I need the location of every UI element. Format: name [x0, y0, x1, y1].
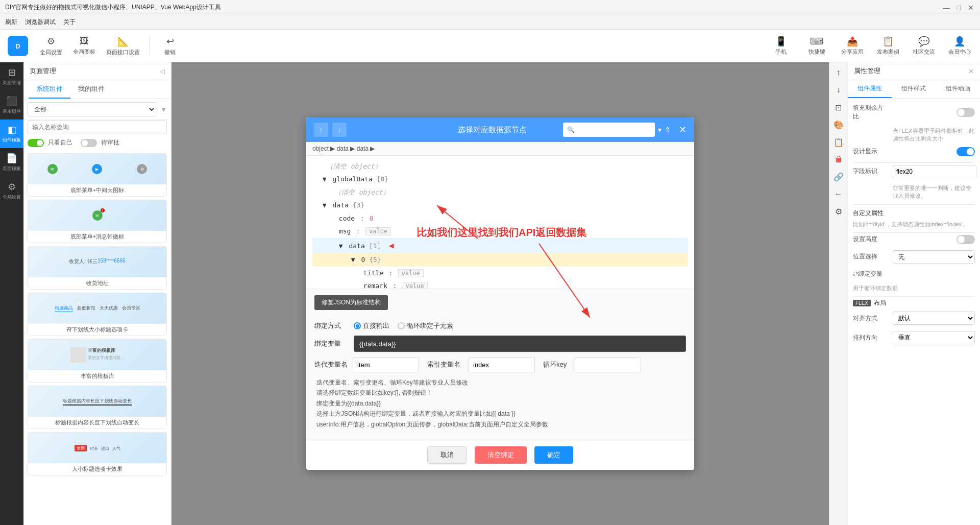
- category-filter[interactable]: 全部: [28, 102, 156, 116]
- shortcuts-button[interactable]: ⌨ 快捷键: [804, 36, 829, 56]
- tab-component-props[interactable]: 组件属性: [848, 80, 892, 98]
- set-height-toggle[interactable]: [957, 235, 975, 244]
- global-settings-button[interactable]: ⚙ 全局设置: [36, 33, 66, 59]
- list-item[interactable]: 标题根据内容长度下划线自动变长 标题根据内容长度下划线自动变长: [28, 386, 167, 429]
- direction-select[interactable]: 垂直: [893, 331, 975, 344]
- custom-attr-desc: 比如id='diyid'，支持动态属性如index='index'。: [853, 221, 975, 228]
- alignment-label: 对齐方式: [853, 314, 889, 323]
- modal-overlay: ↑ ↓ 选择对应数据源节点 ▾ ⇑ ✕: [172, 62, 829, 525]
- tree-node-title[interactable]: title ： value: [312, 267, 688, 280]
- search-input[interactable]: [28, 120, 167, 134]
- divider-3: [853, 232, 975, 233]
- list-item[interactable]: 收货人: 张三159****6666 收货地址: [28, 246, 167, 290]
- show-own-toggle[interactable]: [28, 139, 44, 147]
- settings-prop-button[interactable]: ⚙: [830, 203, 847, 220]
- toolbar-separator: [149, 36, 150, 56]
- publish-case-button[interactable]: 📋 发布案例: [875, 36, 901, 56]
- close-button[interactable]: ✕: [967, 4, 975, 12]
- nav-basic-components[interactable]: ⬛ 基本组件: [0, 91, 23, 120]
- list-item[interactable]: ✉ ▶ ⚙ 底部菜单+中间大图标: [28, 153, 167, 197]
- tree-node-data-array[interactable]: ▼ data [1] ◀: [312, 238, 688, 254]
- sidebar-collapse-icon[interactable]: ◁: [160, 67, 165, 75]
- wrap-button[interactable]: ⊡: [830, 99, 847, 115]
- menu-devtools[interactable]: 浏览器调试: [25, 18, 56, 27]
- phone-button[interactable]: 📱 手机: [768, 36, 794, 56]
- list-item[interactable]: 精选商品 超低折扣天天优惠会员专区 帘下划线大小标题选项卡: [28, 293, 167, 336]
- right-panel-close-icon[interactable]: ✕: [968, 67, 974, 75]
- list-item[interactable]: 丰富的模板库 某些文字描述内容... 丰富的模板库: [28, 339, 167, 383]
- nav-page-templates[interactable]: 📄 页面模板: [0, 148, 23, 177]
- red-arrow-indicator: ◀: [389, 241, 394, 250]
- main-layout: ⊞ 页面管理 ⬛ 基本组件 ◧ 组件模板 📄 页面模板 ⚙ 全局设置 页面管: [0, 62, 980, 525]
- global-icons-button[interactable]: 🖼 全局图标: [69, 33, 100, 59]
- nav-page-management[interactable]: ⊞ 页面管理: [0, 62, 23, 91]
- move-up-button[interactable]: ↑: [830, 64, 847, 81]
- pending-review-toggle[interactable]: [81, 139, 97, 147]
- svg-text:D: D: [16, 43, 20, 50]
- confirm-button[interactable]: 确定: [534, 446, 573, 464]
- tree-node-clear-globaldata[interactable]: （清空 object）: [312, 186, 688, 199]
- sidebar-header: 页面管理 ◁: [23, 62, 171, 80]
- delete-button[interactable]: 🗑: [830, 151, 847, 168]
- bind-var-input[interactable]: [354, 336, 686, 352]
- copy-style-button[interactable]: 🎨: [830, 116, 847, 133]
- move-down-button[interactable]: ↓: [830, 82, 847, 98]
- tree-arrow-data-icon: ▼: [323, 201, 331, 209]
- minimize-button[interactable]: —: [942, 4, 950, 12]
- tree-nav-up[interactable]: ↑: [314, 123, 328, 137]
- remark-value-placeholder: value: [402, 282, 427, 289]
- cancel-button[interactable]: 取消: [427, 446, 467, 464]
- iter-row: 迭代变量名 索引变量名 循环key: [314, 357, 686, 372]
- member-center-button[interactable]: 👤 会员中心: [947, 36, 972, 56]
- nav-label-templates: 组件模板: [3, 137, 21, 144]
- list-item[interactable]: ✉1 底部菜单+消息带徽标: [28, 200, 167, 243]
- page-interface-button[interactable]: 📐 页面接口设置: [102, 33, 144, 59]
- fix-json-button[interactable]: 修复JSON为标准结构: [314, 295, 388, 310]
- tab-my-components[interactable]: 我的组件: [70, 80, 112, 99]
- iter-var-input[interactable]: [353, 357, 419, 372]
- fill-ratio-toggle[interactable]: [957, 108, 975, 117]
- copy-button[interactable]: 📋: [830, 134, 847, 150]
- bind-type-loop[interactable]: 循环绑定子元素: [398, 321, 453, 330]
- component-preview-autoline: 标题根据内容长度下划线自动变长: [28, 386, 166, 417]
- tab-system-components[interactable]: 系统组件: [29, 80, 70, 99]
- share-app-button[interactable]: 📤 分享应用: [840, 36, 865, 56]
- tab-component-style[interactable]: 组件样式: [892, 80, 936, 98]
- tree-node-remark[interactable]: remark ： value: [312, 279, 688, 289]
- position-select[interactable]: 无: [893, 250, 975, 264]
- prop-position: 位置选择 无: [853, 250, 975, 264]
- index-var-input[interactable]: [469, 357, 535, 372]
- link-button[interactable]: 🔗: [830, 169, 847, 185]
- tree-nav-down[interactable]: ↓: [332, 123, 347, 137]
- basic-components-icon: ⬛: [6, 96, 17, 107]
- back-button[interactable]: ←: [830, 186, 847, 202]
- tree-node-data-0[interactable]: ▼ 0 {5}: [312, 253, 688, 266]
- loop-key-input[interactable]: [575, 357, 641, 372]
- component-label-6: 标题根据内容长度下划线自动变长: [28, 417, 166, 428]
- nav-global-settings[interactable]: ⚙ 全局设置: [0, 177, 23, 205]
- tree-node-clear-object[interactable]: （清空 object）: [312, 160, 688, 173]
- tree-arrow-icon: ▼: [323, 175, 331, 183]
- show-own-label: 只看自己: [48, 138, 72, 147]
- modal-close-button[interactable]: ✕: [679, 124, 687, 135]
- tab-component-animation[interactable]: 组件动画: [936, 80, 980, 98]
- tree-node-code[interactable]: code ： 0: [312, 212, 688, 225]
- clear-binding-button[interactable]: 清空绑定: [475, 446, 527, 464]
- tree-node-globaldata[interactable]: ▼ globalData {0}: [312, 173, 688, 185]
- design-display-toggle[interactable]: [957, 147, 975, 156]
- field-id-input[interactable]: [893, 165, 976, 178]
- community-button[interactable]: 💬 社区交流: [911, 36, 937, 56]
- menu-refresh[interactable]: 刷新: [5, 18, 17, 27]
- nav-component-templates[interactable]: ◧ 组件模板: [0, 120, 23, 148]
- list-item[interactable]: 全部 时令 进口 人气 大小标题选项卡效果: [28, 432, 167, 475]
- tree-node-msg[interactable]: msg ： value: [312, 225, 688, 238]
- bind-type-direct[interactable]: 直接输出: [354, 321, 389, 330]
- prop-fill-ratio-label: 填充剩余占比: [853, 104, 889, 121]
- tree-node-data-root[interactable]: ▼ data {3}: [312, 199, 688, 211]
- alignment-select[interactable]: 默认: [893, 312, 975, 325]
- undo-button[interactable]: ↩ 撤销: [155, 33, 185, 59]
- component-label-7: 大小标题选项卡效果: [28, 463, 166, 475]
- menu-about[interactable]: 关于: [63, 18, 76, 27]
- maximize-button[interactable]: □: [954, 4, 963, 12]
- tree-search-input[interactable]: [563, 123, 655, 137]
